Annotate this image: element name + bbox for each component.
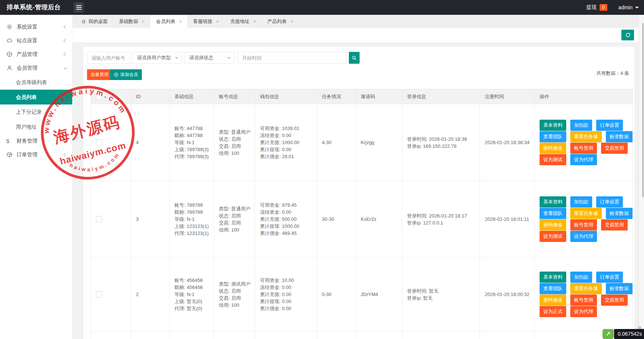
action-button[interactable]: 密码修改 (540, 295, 566, 306)
cell-login-info: 登录时间: 2026-01-20 18:17登录ip: 127.0.0.1 (402, 181, 480, 257)
action-button[interactable]: 加扣款 (570, 196, 592, 207)
sidebar-item-user-address[interactable]: 用户地址 (0, 119, 72, 134)
cell-line: 账号: 447788 (174, 125, 214, 132)
action-button[interactable]: 账变数据 (606, 131, 633, 142)
action-button[interactable]: 订单设置 (596, 196, 623, 207)
action-button[interactable]: 账号禁用 (570, 143, 597, 154)
close-icon[interactable]: × (216, 19, 219, 24)
action-button[interactable]: 交易禁用 (601, 295, 628, 306)
action-button[interactable]: 设为代理 (570, 154, 597, 165)
tab-member-list[interactable]: 会员列表× (150, 15, 187, 28)
action-button[interactable]: 基本资料 (540, 196, 566, 207)
close-icon[interactable]: × (179, 19, 182, 24)
withdraw-link[interactable]: 提现 (586, 4, 597, 11)
action-button[interactable]: 密码修改 (540, 219, 566, 230)
cell-line: 累计充值: 1000.00 (260, 139, 317, 146)
action-row: 查看团队重置任务量账变数据 (540, 283, 633, 295)
sidebar-item-updown-records[interactable]: 上下分记录 (0, 104, 72, 119)
action-button[interactable]: 查看团队 (540, 131, 566, 142)
tab-product-list[interactable]: 产品列表× (262, 15, 299, 28)
column-header: ID (131, 89, 170, 104)
action-button[interactable]: 重置任务量 (570, 131, 602, 142)
sidebar-group-label: 会员管理 (17, 65, 37, 72)
action-button[interactable]: 查看团队 (540, 208, 566, 219)
cell-line: 类型: 测试用户 (219, 280, 255, 288)
action-button[interactable]: 基本资料 (540, 272, 566, 283)
sidebar-submenu: 会员等级列表会员列表上下分记录用户地址 (0, 75, 72, 134)
cell-wallet-info: 可用资金: 10.00冻结资金: 0.00累计充值: 0.00累计提现: 0.0… (255, 257, 317, 332)
action-button[interactable]: 账变数据 (606, 283, 633, 294)
search-button[interactable] (349, 52, 360, 64)
sidebar-menu: 系统设置站点设置产品管理会员管理会员等级列表会员列表上下分记录用户地址$财务管理… (0, 15, 72, 162)
action-button[interactable]: 密码修改 (540, 143, 566, 154)
select-all-checkbox[interactable] (96, 93, 102, 100)
elapsed-time-text: 0.067542s (614, 329, 644, 339)
account-search-input[interactable] (87, 52, 130, 64)
refresh-button[interactable] (621, 30, 634, 40)
batch-disable-button[interactable]: 批量禁用 (87, 69, 112, 80)
start-time-input[interactable] (238, 52, 346, 64)
action-button[interactable]: 设为代理 (570, 306, 597, 317)
sidebar-group-finance-management[interactable]: $财务管理 (0, 134, 72, 148)
tab-basic-data[interactable]: 基础数据× (113, 15, 150, 28)
cell-line: 类型: 普通用户 (219, 205, 255, 212)
row-checkbox[interactable] (96, 216, 102, 222)
sidebar-group-site-settings[interactable]: 站点设置 (0, 34, 72, 47)
action-button[interactable]: 加扣款 (570, 120, 592, 131)
action-button[interactable]: 重置任务量 (570, 208, 602, 219)
action-button[interactable]: 账号禁用 (570, 295, 597, 306)
action-button[interactable]: 交易禁用 (601, 143, 628, 154)
cell-checkbox (91, 104, 131, 181)
user-type-select[interactable]: 请选择用户类型 (132, 52, 182, 64)
close-icon[interactable]: × (253, 19, 256, 24)
action-button[interactable]: 重置任务量 (570, 283, 602, 294)
action-button[interactable]: 设为测试 (540, 154, 566, 165)
action-button[interactable]: 订单设置 (596, 120, 623, 131)
scrollbar-thumb[interactable] (642, 23, 644, 197)
sidebar-group-system-settings[interactable]: 系统设置 (0, 20, 72, 34)
sidebar-toggle-button[interactable] (74, 2, 84, 13)
tab-bar: 我的桌面基础数据×会员列表×客服链接×充值地址×产品列表× (73, 15, 644, 28)
action-button[interactable]: 查看团队 (540, 283, 566, 294)
sidebar-group-product-management[interactable]: 产品管理 (0, 47, 72, 61)
tab-label: 产品列表 (267, 18, 287, 25)
action-button[interactable]: 基本资料 (540, 120, 566, 131)
sidebar-item-member-list[interactable]: 会员列表 (0, 90, 72, 104)
cell-line: 昵称: 789789 (174, 209, 214, 216)
sidebar-group-order-management[interactable]: 订单管理 (0, 148, 72, 162)
cell-line: 交易: 启用 (219, 219, 255, 226)
withdraw-count-badge[interactable]: 0 (600, 4, 607, 11)
close-icon[interactable]: × (290, 19, 293, 24)
cell-invite-code: Krjzgg (356, 104, 402, 181)
sidebar-group-member-management[interactable]: 会员管理 (0, 61, 72, 75)
cell-line: 累计佣金: 0.00 (260, 305, 317, 312)
cell-line: 等级: N-1 (174, 216, 214, 223)
tab-service-link[interactable]: 客服链接× (187, 15, 224, 28)
member-table: ID基础信息账号信息钱包信息任务情况邀请码登录信息注册时间操作 4账号: 447… (91, 89, 633, 339)
action-button[interactable]: 交易禁用 (601, 219, 628, 230)
action-button[interactable]: 账变数据 (606, 208, 633, 219)
sidebar-item-member-level-list[interactable]: 会员等级列表 (0, 75, 72, 90)
row-checkbox[interactable] (96, 139, 102, 146)
action-button[interactable]: 设为测试 (540, 231, 566, 242)
sidebar-group-label: 财务管理 (17, 138, 37, 144)
cell-checkbox (91, 332, 131, 339)
action-button[interactable]: 设为正式 (540, 306, 566, 317)
row-checkbox[interactable] (96, 291, 102, 298)
tab-recharge-address[interactable]: 充值地址× (225, 15, 262, 28)
tab-my-desktop[interactable]: 我的桌面 (76, 15, 113, 28)
action-button[interactable]: 加扣款 (570, 272, 592, 283)
cell-line: 累计提现: 0.00 (260, 298, 317, 305)
status-select[interactable]: 请选择状态 (184, 52, 234, 64)
cell-id: 3 (131, 181, 170, 257)
action-button[interactable]: 账号禁用 (570, 219, 597, 230)
close-icon[interactable]: × (142, 19, 145, 24)
user-menu[interactable]: admin (618, 4, 639, 10)
action-button[interactable]: 订单设置 (596, 272, 623, 283)
table-head: ID基础信息账号信息钱包信息任务情况邀请码登录信息注册时间操作 (91, 89, 633, 104)
cell-task-status: 30-30 (317, 181, 356, 257)
cell-line: 昵称: 456456 (174, 284, 214, 291)
add-member-button[interactable]: 添加会员 (110, 69, 142, 80)
finance-icon: $ (6, 138, 13, 144)
action-button[interactable]: 设为代理 (570, 231, 597, 242)
